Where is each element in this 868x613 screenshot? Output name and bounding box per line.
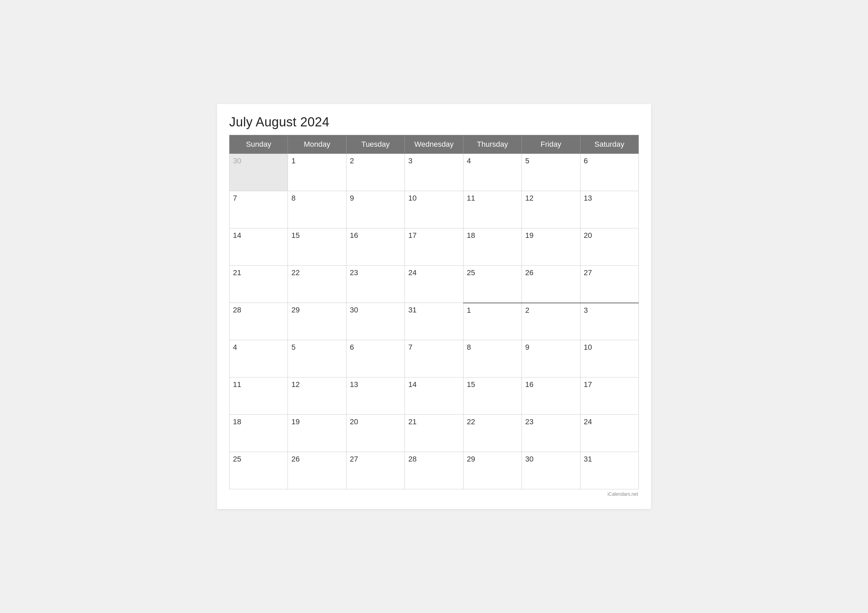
calendar-day-cell[interactable]: 21 xyxy=(229,266,288,303)
calendar-day-cell[interactable]: 22 xyxy=(288,266,346,303)
calendar-week-row: 30123456 xyxy=(229,154,639,191)
calendar-day-cell[interactable]: 14 xyxy=(229,228,288,266)
calendar-day-cell[interactable]: 6 xyxy=(580,154,639,191)
calendar-day-cell[interactable]: 7 xyxy=(229,191,288,228)
calendar-day-cell[interactable]: 10 xyxy=(405,191,463,228)
calendar-day-cell[interactable]: 5 xyxy=(522,154,580,191)
calendar-day-cell[interactable]: 28 xyxy=(405,452,463,489)
calendar-day-cell[interactable]: 15 xyxy=(288,228,346,266)
days-header-row: SundayMondayTuesdayWednesdayThursdayFrid… xyxy=(229,135,639,154)
calendar-day-cell[interactable]: 18 xyxy=(463,228,521,266)
calendar-day-cell[interactable]: 8 xyxy=(463,340,521,378)
calendar-day-cell[interactable]: 2 xyxy=(346,154,405,191)
calendar-day-cell[interactable]: 30 xyxy=(522,452,580,489)
calendar-day-cell[interactable]: 10 xyxy=(580,340,639,378)
calendar-day-cell[interactable]: 3 xyxy=(580,303,639,340)
calendar-day-cell[interactable]: 26 xyxy=(288,452,346,489)
calendar-container: July August 2024 SundayMondayTuesdayWedn… xyxy=(217,104,651,509)
calendar-day-cell[interactable]: 14 xyxy=(405,378,463,415)
calendar-week-row: 14151617181920 xyxy=(229,228,639,266)
calendar-day-cell[interactable]: 15 xyxy=(463,378,521,415)
calendar-day-cell[interactable]: 31 xyxy=(405,303,463,340)
calendar-day-cell[interactable]: 25 xyxy=(463,266,521,303)
calendar-day-cell[interactable]: 1 xyxy=(463,303,521,340)
calendar-day-cell[interactable]: 30 xyxy=(346,303,405,340)
calendar-day-cell[interactable]: 6 xyxy=(346,340,405,378)
calendar-day-cell[interactable]: 3 xyxy=(405,154,463,191)
day-header-tuesday: Tuesday xyxy=(346,135,405,154)
calendar-day-cell[interactable]: 12 xyxy=(288,378,346,415)
watermark: iCalendars.net xyxy=(229,491,639,497)
calendar-day-cell[interactable]: 5 xyxy=(288,340,346,378)
calendar-title: July August 2024 xyxy=(229,115,639,130)
calendar-day-cell[interactable]: 29 xyxy=(288,303,346,340)
calendar-week-row: 21222324252627 xyxy=(229,266,639,303)
calendar-day-cell[interactable]: 7 xyxy=(405,340,463,378)
calendar-day-cell[interactable]: 29 xyxy=(463,452,521,489)
calendar-day-cell[interactable]: 21 xyxy=(405,415,463,452)
calendar-week-row: 78910111213 xyxy=(229,191,639,228)
calendar-day-cell[interactable]: 26 xyxy=(522,266,580,303)
calendar-day-cell[interactable]: 9 xyxy=(522,340,580,378)
calendar-day-cell[interactable]: 27 xyxy=(580,266,639,303)
calendar-day-cell[interactable]: 25 xyxy=(229,452,288,489)
calendar-day-cell[interactable]: 16 xyxy=(522,378,580,415)
day-header-saturday: Saturday xyxy=(580,135,639,154)
calendar-day-cell[interactable]: 16 xyxy=(346,228,405,266)
calendar-day-cell[interactable]: 23 xyxy=(346,266,405,303)
calendar-day-cell[interactable]: 17 xyxy=(405,228,463,266)
calendar-week-row: 28293031123 xyxy=(229,303,639,340)
calendar-day-cell[interactable]: 4 xyxy=(229,340,288,378)
calendar-day-cell[interactable]: 12 xyxy=(522,191,580,228)
calendar-day-cell[interactable]: 2 xyxy=(522,303,580,340)
calendar-day-cell[interactable]: 20 xyxy=(580,228,639,266)
calendar-day-cell[interactable]: 19 xyxy=(522,228,580,266)
calendar-day-cell[interactable]: 13 xyxy=(580,191,639,228)
calendar-day-cell[interactable]: 17 xyxy=(580,378,639,415)
day-header-thursday: Thursday xyxy=(463,135,521,154)
calendar-day-cell[interactable]: 13 xyxy=(346,378,405,415)
day-header-friday: Friday xyxy=(522,135,580,154)
calendar-day-cell[interactable]: 11 xyxy=(463,191,521,228)
calendar-week-row: 11121314151617 xyxy=(229,378,639,415)
calendar-day-cell[interactable]: 31 xyxy=(580,452,639,489)
calendar-day-cell[interactable]: 24 xyxy=(580,415,639,452)
calendar-table: SundayMondayTuesdayWednesdayThursdayFrid… xyxy=(229,135,639,489)
calendar-day-cell[interactable]: 9 xyxy=(346,191,405,228)
calendar-day-cell[interactable]: 20 xyxy=(346,415,405,452)
calendar-day-cell[interactable]: 11 xyxy=(229,378,288,415)
day-header-wednesday: Wednesday xyxy=(405,135,463,154)
calendar-week-row: 18192021222324 xyxy=(229,415,639,452)
calendar-day-cell[interactable]: 18 xyxy=(229,415,288,452)
day-header-monday: Monday xyxy=(288,135,346,154)
calendar-day-cell[interactable]: 30 xyxy=(229,154,288,191)
calendar-day-cell[interactable]: 28 xyxy=(229,303,288,340)
calendar-week-row: 45678910 xyxy=(229,340,639,378)
calendar-day-cell[interactable]: 27 xyxy=(346,452,405,489)
calendar-day-cell[interactable]: 4 xyxy=(463,154,521,191)
calendar-day-cell[interactable]: 8 xyxy=(288,191,346,228)
calendar-week-row: 25262728293031 xyxy=(229,452,639,489)
calendar-day-cell[interactable]: 1 xyxy=(288,154,346,191)
day-header-sunday: Sunday xyxy=(229,135,288,154)
calendar-day-cell[interactable]: 23 xyxy=(522,415,580,452)
calendar-day-cell[interactable]: 24 xyxy=(405,266,463,303)
calendar-day-cell[interactable]: 22 xyxy=(463,415,521,452)
calendar-day-cell[interactable]: 19 xyxy=(288,415,346,452)
